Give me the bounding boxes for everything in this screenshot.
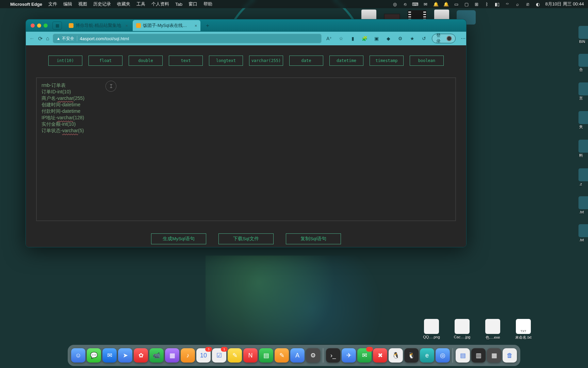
desktop-folder-icon[interactable] <box>578 224 588 237</box>
menubar-app-name[interactable]: Microsoft Edge <box>10 2 42 7</box>
desktop-file-icon[interactable] <box>485 319 500 334</box>
dock-news-icon[interactable]: N <box>243 348 258 363</box>
desktop-folder-icon[interactable] <box>578 140 588 153</box>
dock-settings-icon[interactable]: ⚙ <box>306 348 320 363</box>
menubar-item-help[interactable]: 帮助 <box>203 1 212 7</box>
dock-facetime-icon[interactable]: 📹 <box>149 348 164 363</box>
menubar-item-profile[interactable]: 个人资料 <box>151 1 169 7</box>
menubar-item-favorites[interactable]: 收藏夹 <box>117 1 130 7</box>
type-button-int[interactable]: int(10) <box>48 56 82 66</box>
tab-close-button[interactable]: × <box>195 23 197 28</box>
menubar-item-history[interactable]: 历史记录 <box>93 1 111 7</box>
status-icon-bell-1[interactable]: 🔔 <box>433 1 439 7</box>
extension-icon-3[interactable]: ▣ <box>372 34 381 43</box>
window-minimize-button[interactable] <box>37 24 41 28</box>
dock-reminders-icon[interactable]: ☑ <box>212 348 226 363</box>
desktop-folder-icon[interactable] <box>578 26 588 39</box>
status-icon-grid[interactable]: ⊞ <box>474 1 479 7</box>
desktop-file-icon[interactable]: TXT <box>516 319 531 334</box>
home-button[interactable]: ⌂ <box>46 34 49 43</box>
type-button-datetime[interactable]: datetime <box>329 56 363 66</box>
back-button[interactable]: ← <box>29 34 35 43</box>
tab-close-button[interactable]: × <box>125 23 128 28</box>
status-icon-2[interactable]: ⎋ <box>403 1 408 7</box>
dock-qq-icon[interactable]: 🐧 <box>389 348 403 363</box>
desktop-file-icon[interactable] <box>455 319 470 334</box>
download-sql-button[interactable]: 下载Sql文件 <box>218 233 274 244</box>
new-tab-button[interactable]: ＋ <box>203 21 212 30</box>
menubar-item-edit[interactable]: 编辑 <box>63 1 72 7</box>
dock-folder-icon[interactable]: ▤ <box>456 348 470 363</box>
menubar-item-tools[interactable]: 工具 <box>136 1 145 7</box>
reading-mode-icon[interactable]: A⁺ <box>325 34 333 43</box>
dock-maps-icon[interactable]: ➤ <box>118 348 132 363</box>
dock-app-icon[interactable]: ✖ <box>373 348 387 363</box>
insecure-indicator[interactable]: ▲ 不安全 <box>56 36 74 42</box>
type-button-boolean[interactable]: boolean <box>410 56 444 66</box>
status-icon-keyboard[interactable]: ⌨ <box>413 1 418 7</box>
type-button-varchar[interactable]: varchar(255) <box>249 56 283 66</box>
desktop-file-icon[interactable] <box>424 319 439 334</box>
status-icon-screen[interactable]: ▢ <box>464 1 469 7</box>
status-icon-control-center[interactable]: ⎚ <box>525 1 530 7</box>
type-button-float[interactable]: float <box>88 56 122 66</box>
window-close-button[interactable] <box>31 24 35 28</box>
dock-folder-icon[interactable]: ▥ <box>471 348 486 363</box>
tab-active[interactable]: 饭团子-MySql表在线生成 × <box>133 20 201 31</box>
dock-app-icon[interactable]: ▦ <box>487 348 501 363</box>
dock-appstore-icon[interactable]: A <box>290 348 305 363</box>
status-icon-display[interactable]: ▭ <box>454 1 459 7</box>
dock-edge-icon[interactable]: e <box>420 348 434 363</box>
status-icon-wechat[interactable]: ✉ <box>423 1 428 7</box>
generate-sql-button[interactable]: 生成MySql语句 <box>151 233 206 244</box>
dock-messages-icon[interactable]: 💬 <box>87 348 101 363</box>
dock-numbers-icon[interactable]: ▤ <box>259 348 273 363</box>
status-icon-search[interactable]: ⌕ <box>515 1 520 7</box>
dock-finder-icon[interactable]: ☺ <box>71 348 85 363</box>
status-icon-battery[interactable]: ▮▯ <box>494 1 500 7</box>
type-button-double[interactable]: double <box>129 56 163 66</box>
tab-inactive[interactable]: 博你导航-精品站聚集地 × <box>65 20 131 31</box>
menubar-item-view[interactable]: 视图 <box>78 1 87 7</box>
dock-wechat-icon[interactable]: ✉ <box>357 348 372 363</box>
extension-icon-1[interactable]: ▮ <box>348 34 357 43</box>
desktop-folder-icon[interactable] <box>578 111 588 124</box>
history-icon[interactable]: ↺ <box>420 34 428 43</box>
type-button-longtext[interactable]: longtext <box>209 56 243 66</box>
window-zoom-button[interactable] <box>44 24 48 28</box>
login-button[interactable]: 登录 <box>432 34 456 43</box>
dock-photos-icon[interactable]: ✿ <box>134 348 148 363</box>
dock-mail-icon[interactable]: ✉ <box>102 348 117 363</box>
type-button-timestamp[interactable]: timestamp <box>370 56 404 66</box>
type-button-date[interactable]: date <box>289 56 323 66</box>
dock-terminal-icon[interactable]: ›_ <box>326 348 340 363</box>
status-icon-bluetooth[interactable]: ᛒ <box>484 1 490 7</box>
type-button-text[interactable]: text <box>169 56 203 66</box>
favorites-bar-icon[interactable]: ★ <box>408 34 416 43</box>
dock-music-icon[interactable]: ♪ <box>181 348 195 363</box>
address-bar[interactable]: ▲ 不安全 4asport.com/tool/sql.html <box>53 34 322 43</box>
desktop-folder-icon[interactable] <box>578 196 588 209</box>
dock-pages-icon[interactable]: ✎ <box>275 348 289 363</box>
status-icon-1[interactable]: ◎ <box>392 1 398 7</box>
dock-feishu-icon[interactable]: ✈ <box>342 348 356 363</box>
dock-app-icon[interactable]: ◎ <box>436 348 450 363</box>
dock-calendar-icon[interactable]: 10 <box>196 348 211 363</box>
extension-icon-2[interactable]: 🧩 <box>360 34 369 43</box>
tab-overview-button[interactable]: ▦ <box>52 21 62 30</box>
status-icon-siri[interactable]: ◐ <box>535 1 541 7</box>
menubar-item-tab[interactable]: Tab <box>175 2 182 7</box>
status-icon-wifi[interactable]: ⌔ <box>505 1 510 7</box>
dock-shortcuts-icon[interactable]: ▦ <box>165 348 179 363</box>
more-menu-icon[interactable]: ⋯ <box>459 34 467 43</box>
favorite-icon[interactable]: ☆ <box>337 34 345 43</box>
menubar-item-window[interactable]: 窗口 <box>189 1 197 7</box>
extension-icon-4[interactable]: ◆ <box>384 34 393 43</box>
menubar-clock[interactable]: 8月10日 周三 00:44 <box>545 1 584 7</box>
copy-sql-button[interactable]: 复制Sql语句 <box>286 233 341 244</box>
status-icon-bell-2[interactable]: 🔔 <box>443 1 449 7</box>
sql-editor[interactable]: 𝙸 rmb-订单表订单ID-int(10)商户名-varchar(255)创建时… <box>36 77 456 221</box>
dock-app-icon[interactable]: 🐧 <box>404 348 419 363</box>
menubar-item-file[interactable]: 文件 <box>48 1 57 7</box>
extensions-menu-icon[interactable]: ⚙ <box>396 34 405 43</box>
